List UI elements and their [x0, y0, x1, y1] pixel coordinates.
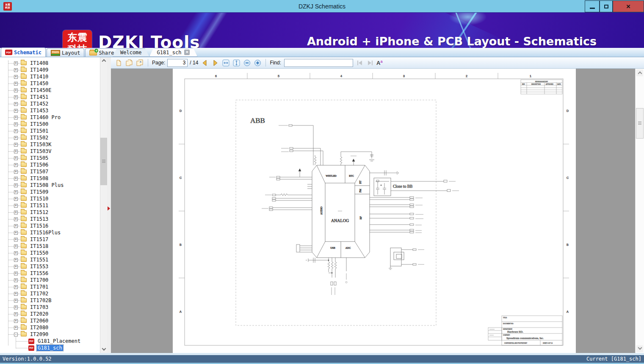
folder-label[interactable]: IT1450 — [29, 81, 49, 86]
folder-label[interactable]: IT1516 — [29, 223, 49, 229]
folder-label[interactable]: IT1510 — [29, 196, 49, 202]
folder-label[interactable]: IT1450E — [29, 87, 53, 93]
fit-page-button[interactable] — [232, 58, 240, 67]
tree-expander-icon[interactable]: + — [14, 265, 18, 269]
folder-label[interactable]: IT1550 — [29, 250, 49, 256]
tree-expander-icon[interactable]: + — [14, 75, 18, 79]
folder-label[interactable]: IT1453 — [29, 108, 49, 114]
viewer-scroll-thumb[interactable] — [636, 108, 644, 139]
folder-label[interactable]: IT1508 — [29, 175, 49, 181]
folder-label[interactable]: IT1703 — [29, 304, 49, 310]
tree-expander-icon[interactable]: + — [14, 306, 18, 309]
tree-expander-icon[interactable]: + — [14, 326, 18, 330]
tree-expander-icon[interactable]: + — [14, 89, 18, 92]
folder-label[interactable]: IT1702 — [29, 291, 49, 297]
collapse-arrow-icon[interactable] — [108, 206, 110, 211]
doc-tab-close-icon[interactable]: ✕ — [184, 50, 190, 55]
folder-label[interactable]: IT2090 — [29, 331, 49, 337]
folder-label[interactable]: IT1509 — [29, 189, 49, 195]
next-page-button[interactable] — [211, 58, 219, 67]
tree-expander-icon[interactable]: + — [14, 150, 18, 153]
folder-label[interactable]: IT1506 — [29, 162, 49, 168]
fit-width-button[interactable] — [221, 58, 230, 67]
folder-label[interactable]: IT1513 — [29, 216, 49, 222]
tab-schematic[interactable]: PDF Schematic — [1, 47, 46, 57]
folder-label[interactable]: IT1409 — [29, 67, 49, 73]
folder-label[interactable]: IT1501 — [29, 128, 49, 134]
folder-label[interactable]: IT1452 — [29, 101, 49, 107]
folder-label[interactable]: IT2020 — [29, 311, 49, 317]
folder-label[interactable]: IT1507 — [29, 169, 49, 175]
tree-expander-icon[interactable]: + — [14, 116, 18, 119]
copy-page-button[interactable] — [114, 58, 123, 67]
tree-expander-icon[interactable]: + — [14, 231, 18, 235]
folder-label[interactable]: IT1553 — [29, 264, 49, 270]
folder-label[interactable]: IT2060 — [29, 318, 49, 324]
sidebar-splitter[interactable] — [107, 57, 111, 353]
tree-expander-icon[interactable]: + — [14, 312, 18, 316]
tree-expander-icon[interactable]: + — [14, 109, 18, 113]
tree-expander-icon[interactable]: + — [14, 197, 18, 201]
page-input[interactable] — [167, 59, 188, 67]
tree-expander-icon[interactable]: + — [14, 285, 18, 289]
folder-label[interactable]: IT1700 — [29, 277, 49, 283]
tree-expander-icon[interactable]: + — [14, 183, 18, 187]
tree-expander-icon[interactable]: + — [14, 299, 18, 303]
folder-label[interactable]: IT1511 — [29, 203, 49, 208]
copy-pages-button[interactable] — [125, 58, 133, 67]
tree-expander-icon[interactable]: + — [14, 278, 18, 282]
tree-expander-icon[interactable]: + — [14, 122, 18, 126]
tree-expander-icon[interactable]: + — [14, 251, 18, 255]
folder-label[interactable]: IT1508 Plus — [29, 182, 64, 188]
folder-label[interactable]: IT1502 — [29, 135, 49, 141]
tree-expander-icon[interactable]: + — [14, 217, 18, 221]
folder-label[interactable]: IT1702B — [29, 297, 53, 303]
tree-expander-icon[interactable]: + — [14, 224, 18, 228]
tree-expander-icon[interactable]: + — [14, 143, 18, 147]
doc-tab-g181-sch[interactable]: G181_sch ✕ — [149, 48, 198, 57]
doc-tab-welcome[interactable]: Welcome — [113, 48, 149, 57]
tree-expander-icon[interactable]: + — [14, 170, 18, 174]
sidebar-scroll-thumb[interactable] — [100, 138, 107, 185]
tree-expander-icon[interactable]: + — [14, 245, 18, 248]
tree-expander-icon[interactable]: + — [14, 136, 18, 140]
snapshot-button[interactable] — [135, 58, 144, 67]
folder-label[interactable]: IT1516Plus — [29, 230, 61, 236]
tree-expander-icon[interactable]: + — [14, 156, 18, 160]
tree-expander-icon[interactable]: + — [14, 211, 18, 214]
folder-label[interactable]: IT1505 — [29, 155, 49, 161]
tree-expander-icon[interactable]: + — [14, 204, 18, 208]
file-label[interactable]: G181_Placement — [37, 338, 81, 344]
tree-expander-icon[interactable]: + — [14, 163, 18, 167]
folder-label[interactable]: IT1451 — [29, 94, 49, 100]
folder-label[interactable]: IT1460 Pro — [29, 114, 61, 120]
folder-label[interactable]: IT1500 — [29, 121, 49, 127]
folder-label[interactable]: IT1517 — [29, 236, 49, 242]
prev-page-button[interactable] — [200, 58, 209, 67]
tree-expander-icon[interactable]: + — [14, 102, 18, 106]
tree-expander-icon[interactable]: + — [14, 68, 18, 72]
maximize-button[interactable] — [600, 0, 613, 12]
folder-label[interactable]: IT1410 — [29, 74, 49, 80]
scroll-down-icon[interactable] — [100, 346, 107, 353]
folder-label[interactable]: IT1556 — [29, 270, 49, 276]
scroll-up-icon[interactable] — [100, 57, 107, 64]
folder-label[interactable]: IT1408 — [29, 60, 49, 66]
folder-label[interactable]: IT1551 — [29, 257, 49, 263]
find-input[interactable] — [284, 59, 353, 67]
folder-label[interactable]: IT1503V — [29, 148, 53, 154]
tree-expander-icon[interactable]: + — [14, 190, 18, 194]
folder-label[interactable]: IT2080 — [29, 325, 49, 331]
tree-expander-icon[interactable]: + — [14, 238, 18, 242]
tree-expander-icon[interactable]: - — [14, 333, 18, 336]
tree-expander-icon[interactable]: + — [14, 319, 18, 323]
viewer-scroll-down-icon[interactable] — [636, 345, 643, 352]
find-next-icon[interactable] — [366, 58, 374, 67]
tree-expander-icon[interactable]: + — [14, 129, 18, 133]
viewer-scroll-up-icon[interactable] — [636, 69, 643, 76]
folder-label[interactable]: IT1701 — [29, 284, 49, 290]
viewer-scrollbar[interactable] — [635, 69, 644, 353]
match-case-icon[interactable]: Aa — [376, 59, 382, 66]
tab-layout[interactable]: PADS Layout — [47, 48, 84, 57]
folder-label[interactable]: IT1512 — [29, 209, 49, 215]
